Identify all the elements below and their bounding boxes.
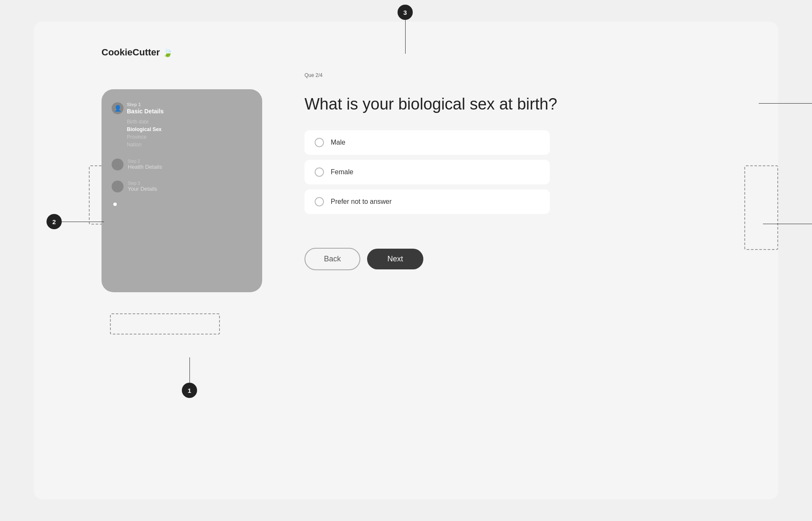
option-prefer-not-label: Prefer not to answer xyxy=(331,198,392,206)
next-button[interactable]: Next xyxy=(367,249,423,269)
dot-indicator xyxy=(113,203,117,206)
question-panel: 3 Que 2/4 What is your biological sex at… xyxy=(304,72,744,270)
back-button[interactable]: Back xyxy=(304,248,360,270)
step2-title: Health Details xyxy=(128,164,162,170)
annotation-box-5 xyxy=(744,165,778,250)
logo: CookieCutter 🍃 xyxy=(102,47,173,58)
option-male-label: Male xyxy=(331,139,346,146)
sub-item-biological-sex: Biological Sex xyxy=(127,126,252,133)
option-prefer-not[interactable]: Prefer not to answer xyxy=(304,189,550,214)
annotation-circle-3: 3 xyxy=(398,5,413,20)
step1-title: Basic Details xyxy=(127,108,164,115)
option-female-label: Female xyxy=(331,168,353,176)
step1-label: Step 1 xyxy=(127,102,164,107)
annotation-1-group: 1 xyxy=(182,357,197,398)
step2-info: Step 2 Health Details xyxy=(128,159,162,170)
sub-item-province: Province xyxy=(127,133,252,141)
step3-item: Step 3 Your Details xyxy=(112,181,252,192)
step1-item: 👤 Step 1 Basic Details Birth date Biolog… xyxy=(112,102,252,148)
logo-icon: 🍃 xyxy=(162,47,173,58)
annot-4-line xyxy=(759,103,812,104)
sub-item-nation: Nation xyxy=(127,141,252,148)
step3-title: Your Details xyxy=(128,186,157,192)
step3-label: Step 3 xyxy=(128,181,157,186)
step1-avatar: 👤 xyxy=(112,102,123,114)
annotation-box-1 xyxy=(110,313,220,335)
step2-item: Step 2 Health Details xyxy=(112,159,252,170)
annotation-2-group: 2 xyxy=(47,214,104,229)
sidebar-panel: 👤 Step 1 Basic Details Birth date Biolog… xyxy=(102,89,262,292)
question-title: What is your biological sex at birth? xyxy=(304,95,744,113)
step1-sub-items: Birth date Biological Sex Province Natio… xyxy=(127,118,252,148)
step3-circle xyxy=(112,181,123,192)
annot-2-line xyxy=(62,222,104,222)
annot-5-line xyxy=(763,224,812,224)
radio-female[interactable] xyxy=(315,167,324,177)
annotation-circle-1: 1 xyxy=(182,383,197,398)
annotation-4-group: 4 xyxy=(759,96,812,111)
option-female[interactable]: Female xyxy=(304,160,550,184)
radio-prefer-not[interactable] xyxy=(315,197,324,206)
question-counter: Que 2/4 xyxy=(304,72,744,78)
annotation-3-group: 3 xyxy=(398,5,413,54)
annotation-5-group: 5 xyxy=(763,216,812,231)
phone-mockup: 👤 Step 1 Basic Details Birth date Biolog… xyxy=(102,89,262,292)
annot-3-line xyxy=(405,20,406,54)
logo-text: CookieCutter xyxy=(102,47,160,58)
option-male[interactable]: Male xyxy=(304,130,550,155)
step2-label: Step 2 xyxy=(128,159,162,164)
nav-buttons: Back Next xyxy=(304,248,744,270)
step2-circle xyxy=(112,159,123,170)
annot-1-line xyxy=(189,357,190,383)
main-container: CookieCutter 🍃 👤 Step 1 Basic Details Bi… xyxy=(34,22,778,499)
annotation-circle-2: 2 xyxy=(47,214,62,229)
step3-info: Step 3 Your Details xyxy=(128,181,157,192)
options-list: Male Female Prefer not to answer xyxy=(304,130,550,214)
sub-item-birthdate: Birth date xyxy=(127,118,252,126)
radio-male[interactable] xyxy=(315,138,324,147)
